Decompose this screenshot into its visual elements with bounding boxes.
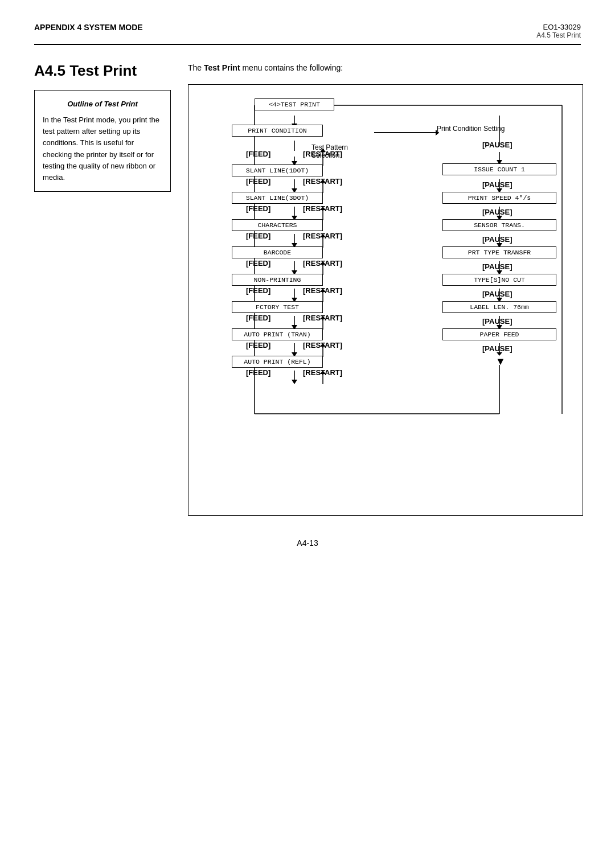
print-condition-box: PRINT CONDITION <box>232 125 323 137</box>
sensor-trans-box: SENSOR TRANS. <box>442 219 556 231</box>
doc-number: EO1-33029 <box>536 23 581 31</box>
fctory-test-box: FCTORY TEST <box>232 301 323 313</box>
pause-label-right-1: [PAUSE] <box>482 141 512 149</box>
restart-label-4: [RESTART] <box>303 232 342 240</box>
non-printing-box: NON-PRINTING <box>232 274 323 286</box>
test-print-box: <4>TEST PRINT <box>255 98 334 110</box>
flowchart: <4>TEST PRINT Print Condition Setting PR… <box>188 84 583 516</box>
feed-label-9: [FEED] <box>246 368 270 377</box>
pause-label-right-7: [PAUSE] <box>482 317 512 326</box>
page-footer: A4-13 <box>34 538 581 548</box>
barcode-box: BARCODE <box>232 246 323 258</box>
pause-label-right-6: [PAUSE] <box>482 290 512 298</box>
pause-label-right-4: [PAUSE] <box>482 235 512 244</box>
restart-label-1: [RESTART] <box>303 150 342 158</box>
auto-print-refl-box: AUTO PRINT (REFL) <box>232 356 323 368</box>
print-speed-box: PRINT SPEED 4"/s <box>442 192 556 204</box>
restart-label-9: [RESTART] <box>303 368 342 377</box>
print-condition-setting-label: Print Condition Setting <box>437 125 505 133</box>
feed-label-2: [FEED] <box>246 177 270 186</box>
outline-title: Outline of Test Print <box>43 98 162 110</box>
page-number: A4-13 <box>297 538 318 548</box>
feed-label-7: [FEED] <box>246 314 270 322</box>
label-len-box: LABEL LEN. 76mm <box>442 301 556 313</box>
pause-label-right-5: [PAUSE] <box>482 262 512 271</box>
feed-label-3: [FEED] <box>246 204 270 213</box>
slant-line-1dot-box: SLANT LINE(1DOT) <box>232 164 323 176</box>
issue-count-box: ISSUE COUNT 1 <box>442 163 556 175</box>
prt-type-transfr-box: PRT TYPE TRANSFR <box>442 246 556 258</box>
section-ref: A4.5 Test Print <box>536 31 581 39</box>
intro-text: The Test Print menu contains the followi… <box>188 62 583 74</box>
bottom-right-arrow: ▼ <box>495 356 506 368</box>
characters-box: CHARACTERS <box>232 219 323 231</box>
pause-label-right-2: [PAUSE] <box>482 180 512 189</box>
restart-label-5: [RESTART] <box>303 259 342 268</box>
feed-label-1: [FEED] <box>246 150 270 158</box>
svg-marker-36 <box>292 380 297 384</box>
feed-label-6: [FEED] <box>246 286 270 295</box>
page-header: APPENDIX 4 SYSTEM MODE EO1-33029 A4.5 Te… <box>34 23 581 45</box>
restart-label-7: [RESTART] <box>303 314 342 322</box>
pause-label-right-3: [PAUSE] <box>482 208 512 216</box>
feed-label-8: [FEED] <box>246 341 270 349</box>
content-area: A4.5 Test Print Outline of Test Print In… <box>34 62 581 516</box>
appendix-label: APPENDIX 4 SYSTEM MODE <box>34 23 143 32</box>
header-right: EO1-33029 A4.5 Test Print <box>536 23 581 39</box>
slant-line-3dot-box: SLANT LINE(3DOT) <box>232 192 323 204</box>
restart-label-2: [RESTART] <box>303 177 342 186</box>
outline-box: Outline of Test Print In the Test Print … <box>34 90 171 192</box>
outline-body: In the Test Print mode, you print the te… <box>43 114 162 183</box>
restart-label-3: [RESTART] <box>303 204 342 213</box>
flowchart-canvas: <4>TEST PRINT Print Condition Setting PR… <box>198 95 573 505</box>
auto-print-tran-box: AUTO PRINT (TRAN) <box>232 328 323 340</box>
paper-feed-box: PAPER FEED <box>442 328 556 340</box>
pause-label-right-8: [PAUSE] <box>482 344 512 353</box>
left-panel: A4.5 Test Print Outline of Test Print In… <box>34 62 171 516</box>
feed-label-5: [FEED] <box>246 259 270 268</box>
right-panel: The Test Print menu contains the followi… <box>188 62 583 516</box>
restart-label-6: [RESTART] <box>303 286 342 295</box>
restart-label-8: [RESTART] <box>303 341 342 349</box>
section-title: A4.5 Test Print <box>34 62 171 80</box>
feed-label-4: [FEED] <box>246 232 270 240</box>
type-sno-cut-box: TYPE[S]NO CUT <box>442 274 556 286</box>
